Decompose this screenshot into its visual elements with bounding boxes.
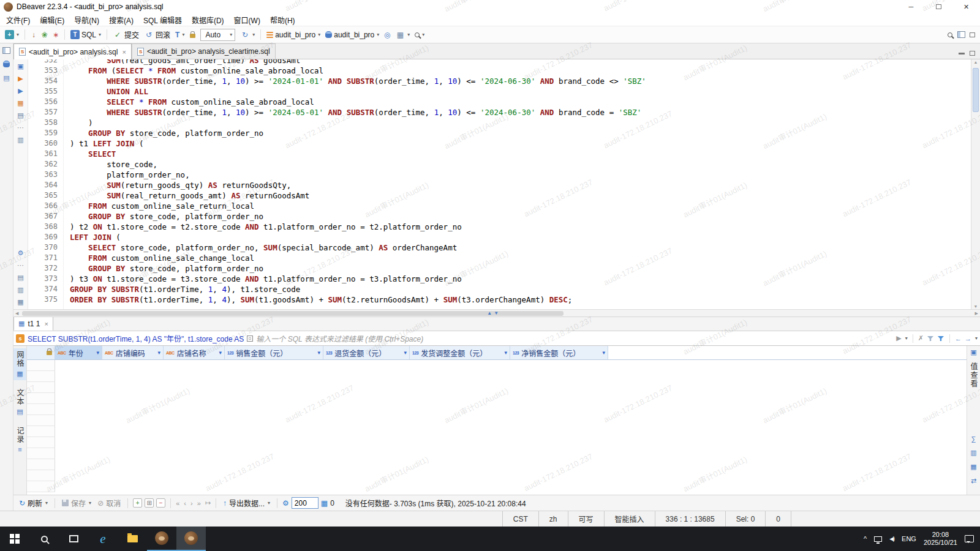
search-dropdown-button[interactable]: ▾ [413,31,426,39]
dbeaver-taskbar-button-active[interactable] [176,527,206,551]
maximize-editor-icon[interactable] [970,51,975,56]
statusbar-item[interactable]: 可写 [568,511,604,527]
menu-item[interactable]: 导航(N) [69,13,104,26]
grid-row[interactable] [27,371,967,382]
schema-selector[interactable]: audit_bi_pro▾ [323,29,381,40]
row-header-cell[interactable] [27,404,55,415]
previous-row-icon[interactable]: ‹ [184,500,186,507]
apply-filter-icon[interactable]: ▶ [896,334,901,342]
explain-plan-icon[interactable]: ▦ [17,100,23,107]
grid-row[interactable] [27,360,967,371]
menu-item[interactable]: SQL 编辑器 [138,13,187,26]
expand-filter-icon[interactable] [247,335,253,342]
tray-expand-icon[interactable]: ^ [864,535,867,542]
view-tab-grid[interactable]: 网格 ▦ [13,348,26,380]
editor-vertical-scrollbar[interactable]: ▲ ▼ [971,59,980,309]
save-to-file-icon[interactable]: ▤ [17,274,23,281]
menu-item[interactable]: 数据库(D) [187,13,229,26]
projects-icon[interactable]: ▤ [3,74,9,82]
restore-window-button[interactable] [925,0,952,13]
language-indicator[interactable]: ENG [902,535,916,542]
forward-arrow-icon[interactable]: → [965,335,971,342]
column-dropdown-icon[interactable]: ▾ [504,350,507,356]
speaker-icon[interactable]: ◀) [889,536,894,542]
detach-panel-icon[interactable]: ▥ [17,137,23,143]
more-icon[interactable]: ⋯ [17,262,24,269]
view-tab-record[interactable]: 记录 ≡ [13,424,26,455]
statusbar-item[interactable]: 智能插入 [604,511,655,527]
column-header[interactable]: 123发货调整金额（元）▾ [410,346,510,359]
column-header[interactable]: 123净销售金额（元）▾ [510,346,608,359]
goto-row-icon[interactable]: ↦ [205,499,211,507]
grid-row[interactable] [27,426,967,437]
row-header-cell[interactable] [27,459,55,470]
transaction-mode-button[interactable]: T▾ [173,29,186,40]
minimize-window-button[interactable]: ─ [897,0,925,13]
view-tab-text[interactable]: 文本 ▤ [13,386,26,418]
more-actions-icon[interactable]: ⋯ [17,124,24,131]
open-file-icon[interactable]: ▥ [17,287,23,293]
filter-query-text[interactable]: SELECT SUBSTR(t1.orderTime, 1, 4) AS "年份… [28,333,244,343]
menu-item[interactable]: 编辑(E) [35,13,69,26]
taskbar-clock[interactable]: 20:08 2025/10/21 [924,531,957,547]
red-asterisk-icon[interactable]: ∗ [51,31,61,39]
display-tray-icon[interactable] [874,536,882,542]
close-results-tab-icon[interactable]: × [44,320,48,328]
row-header-cell[interactable] [27,371,55,382]
cancel-button[interactable]: ⊘取消 [96,497,123,509]
grid-row[interactable] [27,393,967,404]
close-window-button[interactable]: ✕ [952,0,980,13]
restore-panel-icon[interactable] [2,47,10,55]
refresh-button[interactable]: ↻刷新▾ [17,497,50,509]
sash-up-icon[interactable]: ▲ [487,310,492,317]
row-header-cell[interactable] [27,481,55,492]
column-dropdown-icon[interactable]: ▾ [96,350,99,356]
row-header-cell[interactable] [27,437,55,448]
menu-item[interactable]: 帮助(H) [265,13,300,26]
results-grid[interactable]: ABC年份▾ABC店铺编码▾ABC店铺名称▾123销售金额（元）▾123退货金额… [27,346,967,495]
custom-filter-icon[interactable] [937,335,944,342]
grouping-panel-icon[interactable]: ▦ [970,463,976,471]
clear-filter-icon[interactable]: ✗ [918,334,924,342]
editor-area-icon[interactable] [967,32,977,37]
new-sql-editor-button[interactable]: +▾ [3,29,21,40]
grid-row[interactable] [27,382,967,393]
add-row-icon[interactable]: + [133,498,142,508]
scroll-right-icon[interactable]: ▶ [973,310,980,317]
row-header-cell[interactable] [27,470,55,481]
minimize-editor-icon[interactable] [959,53,965,54]
export-data-button[interactable]: ↑导出数据...▾ [221,497,272,509]
column-dropdown-icon[interactable]: ▾ [157,350,160,356]
down-arrow-icon[interactable]: ↓ [29,31,39,39]
column-dropdown-icon[interactable]: ▾ [602,350,605,356]
action-center-icon[interactable] [965,535,974,542]
sql-dialect-button[interactable]: TSQL▾ [69,29,103,40]
templates-icon[interactable]: ▦ [17,299,23,305]
task-view-button[interactable] [59,527,88,551]
grid-row[interactable] [27,481,967,492]
scroll-up-icon[interactable]: ▲ [971,60,980,64]
statusbar-item[interactable]: 0 [765,511,791,527]
grid-rows[interactable] [27,360,967,495]
first-row-icon[interactable]: « [176,500,179,507]
next-row-icon[interactable]: › [190,500,193,507]
column-header[interactable]: ABC店铺编码▾ [102,346,164,359]
close-tab-icon[interactable]: × [122,48,126,56]
filter-input[interactable]: 输入一个 SQL 表达式来过滤结果 (使用 Ctrl+Space) [256,333,893,343]
grid-row[interactable] [27,404,967,415]
statusbar-item[interactable]: Sel: 0 [725,511,766,527]
duplicate-row-icon[interactable]: ⊞ [145,498,154,508]
perspective-icon[interactable] [956,31,966,38]
references-panel-icon[interactable]: ⇄ [971,477,976,485]
panel-toggle-icon[interactable]: ▣ [970,348,976,356]
row-header-cell[interactable] [27,382,55,393]
column-header[interactable]: ABC店铺名称▾ [164,346,225,359]
row-header-cell[interactable] [27,360,55,371]
sql-editor[interactable]: ▣ ▶ ▶ ▦ ▤ ⋯ ▥ ⚙ ⋯ ▤ ▥ ▦ 3523533543553563… [13,59,980,309]
result-settings-gear-icon[interactable]: ⚙ [282,500,289,507]
metadata-panel-icon[interactable]: ▥ [970,449,976,457]
scrollbar-thumb[interactable] [22,311,564,316]
fetch-size-input[interactable] [292,497,318,509]
editor-tab-analysis[interactable]: <audit_bi_pro> analysis.sql × [13,43,132,59]
column-dropdown-icon[interactable]: ▾ [404,350,407,356]
